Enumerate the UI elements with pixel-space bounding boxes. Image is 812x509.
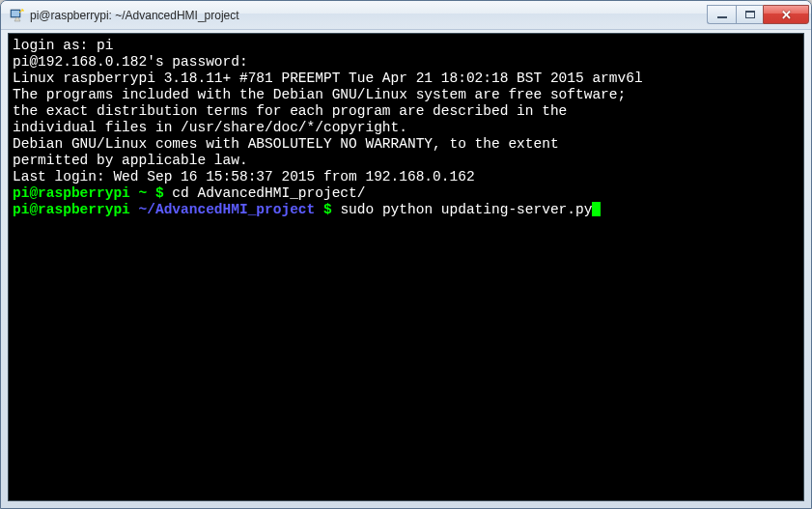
terminal-line: login as: pi (13, 38, 799, 54)
terminal-line: permitted by applicable law. (13, 153, 799, 169)
terminal-line: individual files in /usr/share/doc/*/cop… (13, 120, 799, 136)
maximize-button[interactable] (736, 5, 763, 24)
close-button[interactable]: ✕ (763, 5, 809, 24)
prompt-cmd: sudo python updating-server.py (340, 202, 592, 217)
terminal-line: Debian GNU/Linux comes with ABSOLUTELY N… (13, 136, 799, 153)
prompt-dollar: $ (155, 185, 172, 201)
prompt-line-1: pi@raspberrypi ~ $ cd AdvancedHMI_projec… (13, 185, 799, 202)
svg-rect-1 (12, 11, 19, 16)
window-controls: ✕ (707, 6, 809, 24)
putty-window: pi@raspberrypi: ~/AdvancedHMI_project ✕ … (0, 0, 812, 509)
terminal-line: the exact distribution terms for each pr… (13, 103, 799, 120)
terminal-line: Linux raspberrypi 3.18.11+ #781 PREEMPT … (13, 71, 799, 87)
terminal-line: pi@192.168.0.182's password: (13, 54, 799, 71)
terminal-area[interactable]: login as: pipi@192.168.0.182's password:… (8, 33, 804, 501)
prompt-tilde: ~ (130, 185, 155, 201)
terminal-line: Last login: Wed Sep 16 15:58:37 2015 fro… (13, 169, 799, 185)
prompt-dollar: $ (315, 202, 340, 217)
minimize-icon (717, 15, 727, 18)
prompt-sep (130, 202, 139, 217)
prompt-cmd: cd AdvancedHMI_project/ (172, 185, 365, 201)
prompt-userhost: pi@raspberrypi (13, 202, 130, 217)
maximize-icon (745, 11, 755, 18)
prompt-path: ~/AdvancedHMI_project (139, 202, 316, 217)
titlebar[interactable]: pi@raspberrypi: ~/AdvancedHMI_project ✕ (1, 1, 811, 30)
prompt-userhost: pi@raspberrypi (13, 185, 130, 201)
terminal-cursor (592, 202, 601, 216)
minimize-button[interactable] (707, 5, 736, 24)
prompt-line-2: pi@raspberrypi ~/AdvancedHMI_project $ s… (13, 202, 799, 218)
close-icon: ✕ (781, 8, 792, 22)
window-title: pi@raspberrypi: ~/AdvancedHMI_project (30, 9, 707, 22)
terminal-line: The programs included with the Debian GN… (13, 87, 799, 103)
putty-icon (9, 8, 24, 23)
